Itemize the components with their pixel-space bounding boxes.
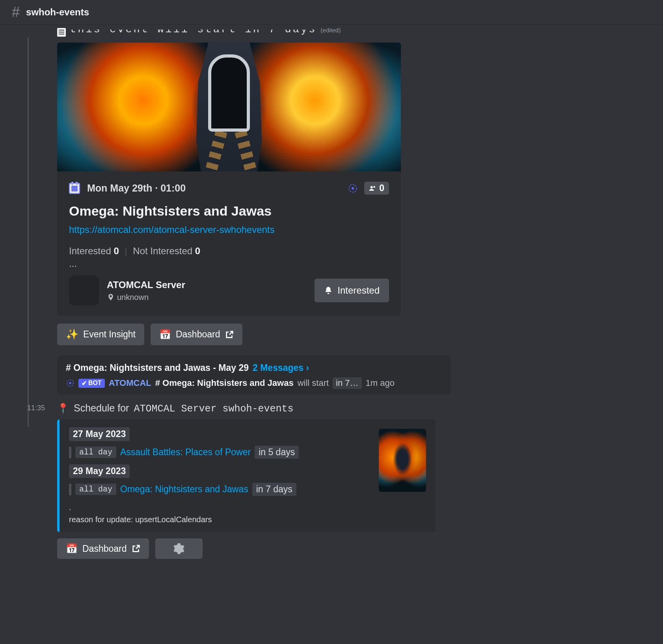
chat-area: this event will start in 7 days (edited)… <box>0 24 663 559</box>
row-bar <box>69 447 71 458</box>
bot-glyph-icon <box>348 183 358 194</box>
schedule-event-eta: in 5 days <box>255 446 299 459</box>
people-icon <box>369 185 376 192</box>
row-bar <box>69 484 71 495</box>
settings-button[interactable] <box>155 538 203 559</box>
thread-sub-time: in 7… <box>333 377 361 389</box>
svg-point-5 <box>69 382 71 384</box>
thread-spine <box>28 37 29 427</box>
schedule-embed: 27 May 2023 all day Assault Battles: Pla… <box>57 419 436 532</box>
server-location: unknown <box>107 293 185 302</box>
schedule-event-eta: in 7 days <box>252 483 296 496</box>
interested-button[interactable]: Interested <box>315 279 389 302</box>
event-card: Mon May 29th · 01:00 0 Omega: Nightsiste… <box>57 171 401 316</box>
ellipsis: ... <box>69 258 389 269</box>
dashboard-label-2: Dashboard <box>82 543 127 554</box>
schedule-event-row: all day Assault Battles: Places of Power… <box>69 446 371 459</box>
schedule-event-row: all day Omega: Nightsisters and Jawas in… <box>69 483 371 496</box>
thread-preview[interactable]: # Omega: Nightsisters and Jawas - May 29… <box>57 356 451 395</box>
all-day-badge: all day <box>75 447 116 458</box>
edited-label: (edited) <box>320 27 341 34</box>
gear-icon <box>173 543 185 555</box>
thread-title: # Omega: Nightsisters and Jawas - May 29 <box>66 363 249 373</box>
event-url[interactable]: https://atomcal.com/atomcal-server-swhoh… <box>69 224 389 235</box>
schedule-event-link[interactable]: Omega: Nightsisters and Jawas <box>120 484 248 495</box>
dashboard-button[interactable]: 📅 Dashboard <box>151 324 242 345</box>
calendar-icon <box>69 183 80 194</box>
cut-message-line: this event will start in 7 days (edited) <box>57 24 400 41</box>
document-icon <box>57 28 66 37</box>
timestamp: 11:35 <box>27 404 45 412</box>
server-location-text: unknown <box>117 293 149 302</box>
people-count[interactable]: 0 <box>364 182 389 195</box>
bottom-actions: 📅 Dashboard <box>57 538 436 559</box>
calendar-emoji-icon: 📅 <box>159 329 171 340</box>
event-insight-button[interactable]: ✨ Event Insight <box>57 324 144 345</box>
thread-age: 1m ago <box>366 378 395 388</box>
svg-point-3 <box>373 186 375 188</box>
hash-icon: # <box>12 4 20 20</box>
bot-glyph-icon <box>66 379 74 387</box>
interested-button-label: Interested <box>337 285 380 296</box>
event-insight-label: Event Insight <box>83 329 136 340</box>
date-header: 27 May 2023 <box>69 427 130 441</box>
schedule-server-mono: ATOMCAL Server swhoh-events <box>134 403 293 415</box>
dashboard-button-2[interactable]: 📅 Dashboard <box>57 538 149 559</box>
schedule-thumbnail[interactable] <box>379 429 426 492</box>
bell-icon <box>324 286 333 295</box>
schedule-event-link[interactable]: Assault Battles: Places of Power <box>120 447 251 458</box>
people-count-value: 0 <box>379 183 384 194</box>
schedule-message: 11:35 📍 Schedule for ATOMCAL Server swho… <box>57 402 436 559</box>
location-pin-icon <box>107 293 115 301</box>
thread-messages-link[interactable]: 2 Messages › <box>253 363 309 373</box>
bot-badge: ✔ BOT <box>78 379 105 388</box>
date-header: 29 May 2023 <box>69 464 130 478</box>
pin-icon: 📍 <box>57 403 69 414</box>
interested-label: Interested <box>69 246 111 256</box>
thread-sub-will: will start <box>298 378 329 388</box>
event-hero-image[interactable] <box>57 43 401 171</box>
event-date: Mon May 29th · 01:00 <box>87 182 186 194</box>
interest-row: Interested 0 | Not Interested 0 <box>69 246 389 257</box>
not-interested-label: Not Interested <box>133 246 192 256</box>
hero-detail <box>198 98 236 171</box>
update-reason: reason for update: upsertLocalCalendars <box>69 515 371 524</box>
calendar-emoji-icon: 📅 <box>66 543 78 554</box>
hero-detail <box>226 98 264 171</box>
channel-header: # swhoh-events <box>0 0 663 24</box>
action-row: ✨ Event Insight 📅 Dashboard <box>57 324 400 345</box>
svg-point-1 <box>352 187 354 190</box>
server-name: ATOMCAL Server <box>107 279 185 290</box>
svg-point-2 <box>371 186 373 188</box>
schedule-header-text: Schedule for <box>74 402 129 414</box>
event-message: this event will start in 7 days (edited)… <box>57 24 400 395</box>
dashboard-label: Dashboard <box>176 329 220 340</box>
cut-text: this event will start in 7 days <box>70 30 317 37</box>
event-title: Omega: Nightsisters and Jawas <box>69 203 389 219</box>
sparkle-icon: ✨ <box>66 328 78 341</box>
external-link-icon <box>225 330 234 339</box>
all-day-badge: all day <box>75 484 116 495</box>
external-link-icon <box>132 544 140 553</box>
server-avatar[interactable] <box>69 275 99 305</box>
bot-name[interactable]: ATOMCAL <box>109 378 151 388</box>
dot-line: . <box>69 503 371 512</box>
channel-name: swhoh-events <box>26 7 89 18</box>
not-interested-count: 0 <box>195 246 200 256</box>
thread-sub-title: # Omega: Nightsisters and Jawas <box>155 378 294 388</box>
interested-count: 0 <box>114 246 119 256</box>
